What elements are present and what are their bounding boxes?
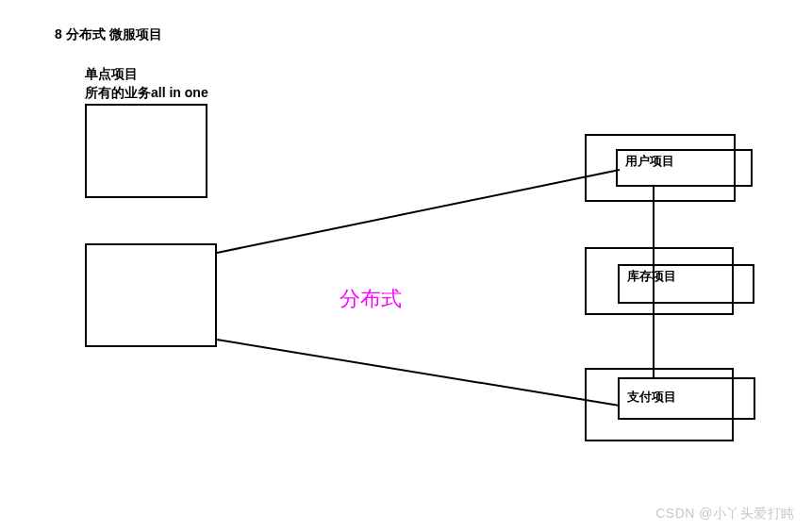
page-title: 8 分布式 微服项目 — [55, 26, 162, 43]
subtitle-line2: 所有的业务all in one — [85, 85, 208, 102]
monolithic-box — [85, 104, 207, 198]
payment-label: 支付项目 — [627, 389, 676, 406]
user-label: 用户项目 — [625, 153, 674, 170]
svg-line-0 — [217, 170, 620, 253]
stock-label: 库存项目 — [627, 268, 676, 285]
svg-line-1 — [217, 340, 620, 406]
distributed-label: 分布式 — [340, 285, 402, 313]
subtitle-line1: 单点项目 — [85, 66, 138, 83]
diagram-canvas: 8 分布式 微服项目 单点项目 所有的业务all in one 分布式 用户项目… — [0, 0, 812, 532]
source-box — [85, 243, 217, 347]
watermark: CSDN @小丫头爱打盹 — [655, 506, 795, 523]
